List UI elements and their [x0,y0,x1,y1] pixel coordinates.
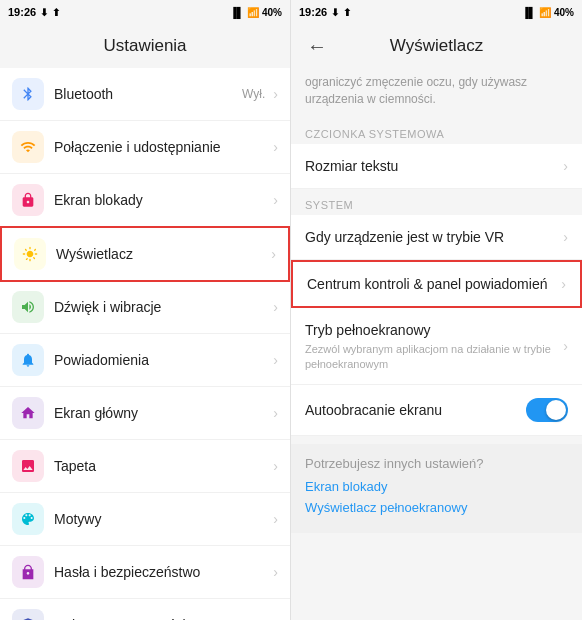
settings-item-privacy[interactable]: Ochrona prywatności › [0,599,290,620]
fullscreen-content: Tryb pełnoekranowy Zezwól wybranym aplik… [305,321,559,371]
auto-rotate-title: Autoobracanie ekranu [305,401,526,419]
signal-icon-right: ▐▌ [522,7,536,18]
notification-icon [12,344,44,376]
suggestion-title: Potrzebujesz innych ustawień? [305,456,568,471]
back-button[interactable]: ← [307,35,327,58]
lock-icon [12,184,44,216]
left-panel: 19:26 ⬇ ⬆ ▐▌ 📶 40% Ustawienia Bluetooth … [0,0,291,620]
right-panel-header: ← Wyświetlacz [291,24,582,68]
themes-content: Motywy [54,511,269,527]
passwords-label: Hasła i bezpieczeństwo [54,564,269,580]
settings-item-sound[interactable]: Dźwięk i wibracje › [0,281,290,334]
privacy-icon [12,609,44,620]
fullscreen-chevron: › [563,338,568,354]
passwords-content: Hasła i bezpieczeństwo [54,564,269,580]
display-content: Wyświetlacz [56,246,267,262]
status-bar-right: 19:26 ⬇ ⬆ ▐▌ 📶 40% [291,0,582,24]
themes-chevron: › [273,511,278,527]
upload-icon: ⬆ [52,7,60,18]
sound-content: Dźwięk i wibracje [54,299,269,315]
font-size-title: Rozmiar tekstu [305,157,559,175]
signal-icon: ▐▌ [230,7,244,18]
download-icon: ⬇ [40,7,48,18]
right-panel: 19:26 ⬇ ⬆ ▐▌ 📶 40% ← Wyświetlacz ogranic… [291,0,582,620]
right-item-fullscreen[interactable]: Tryb pełnoekranowy Zezwól wybranym aplik… [291,308,582,385]
notifications-content: Powiadomienia [54,352,269,368]
right-item-vr[interactable]: Gdy urządzenie jest w trybie VR › [291,215,582,260]
bluetooth-icon [12,78,44,110]
section-label-system: SYSTEM [291,189,582,215]
home-label: Ekran główny [54,405,269,421]
settings-item-themes[interactable]: Motywy › [0,493,290,546]
display-icon [14,238,46,270]
notifications-chevron: › [273,352,278,368]
status-time-left: 19:26 ⬇ ⬆ [8,6,60,18]
display-chevron: › [271,246,276,262]
right-panel-title: Wyświetlacz [390,36,483,56]
settings-item-passwords[interactable]: Hasła i bezpieczeństwo › [0,546,290,599]
display-description: ograniczyć zmęczenie oczu, gdy używasz u… [291,68,582,118]
bluetooth-label: Bluetooth [54,86,242,102]
bluetooth-value: Wył. [242,87,265,101]
status-icons-right: ▐▌ 📶 40% [522,7,574,18]
right-content: ograniczyć zmęczenie oczu, gdy używasz u… [291,68,582,620]
home-icon [12,397,44,429]
sound-icon [12,291,44,323]
suggestion-link-lock[interactable]: Ekran blokady [305,479,568,494]
lock-content: Ekran blokady [54,192,269,208]
battery-left: 40% [262,7,282,18]
auto-rotate-toggle[interactable] [526,398,568,422]
settings-item-connection[interactable]: Połączenie i udostępnianie › [0,121,290,174]
time-left: 19:26 [8,6,36,18]
connection-content: Połączenie i udostępnianie [54,139,269,155]
upload-icon-right: ⬆ [343,7,351,18]
fullscreen-subtitle: Zezwól wybranym aplikacjom na działanie … [305,342,559,371]
settings-item-display[interactable]: Wyświetlacz › [0,226,290,282]
right-item-font-size[interactable]: Rozmiar tekstu › [291,144,582,189]
wallpaper-chevron: › [273,458,278,474]
wallpaper-icon [12,450,44,482]
connection-icon [12,131,44,163]
control-center-title: Centrum kontroli & panel powiadomień [307,275,557,293]
settings-item-home[interactable]: Ekran główny › [0,387,290,440]
passwords-icon [12,556,44,588]
settings-item-notifications[interactable]: Powiadomienia › [0,334,290,387]
battery-right: 40% [554,7,574,18]
status-bar-left: 19:26 ⬇ ⬆ ▐▌ 📶 40% [0,0,290,24]
bluetooth-content: Bluetooth [54,86,242,102]
left-panel-header: Ustawienia [0,24,290,68]
wifi-icon: 📶 [247,7,259,18]
control-center-content: Centrum kontroli & panel powiadomień [307,275,557,293]
settings-item-wallpaper[interactable]: Tapeta › [0,440,290,493]
time-right: 19:26 [299,6,327,18]
right-item-control-center[interactable]: Centrum kontroli & panel powiadomień › [291,260,582,308]
notifications-label: Powiadomienia [54,352,269,368]
status-icons-left: ▐▌ 📶 40% [230,7,282,18]
download-icon-right: ⬇ [331,7,339,18]
font-size-chevron: › [563,158,568,174]
vr-title: Gdy urządzenie jest w trybie VR [305,228,559,246]
connection-label: Połączenie i udostępnianie [54,139,269,155]
right-item-auto-rotate[interactable]: Autoobracanie ekranu [291,385,582,436]
settings-list: Bluetooth Wył. › Połączenie i udostępnia… [0,68,290,620]
bluetooth-chevron: › [273,86,278,102]
suggestion-link-fullscreen[interactable]: Wyświetlacz pełnoekranowy [305,500,568,515]
home-content: Ekran główny [54,405,269,421]
fullscreen-title: Tryb pełnoekranowy [305,321,559,339]
sound-chevron: › [273,299,278,315]
sound-label: Dźwięk i wibracje [54,299,269,315]
lock-label: Ekran blokady [54,192,269,208]
wifi-icon-right: 📶 [539,7,551,18]
connection-chevron: › [273,139,278,155]
status-time-right: 19:26 ⬇ ⬆ [299,6,351,18]
left-panel-title: Ustawienia [103,36,186,56]
settings-item-bluetooth[interactable]: Bluetooth Wył. › [0,68,290,121]
font-size-content: Rozmiar tekstu [305,157,559,175]
settings-item-lock[interactable]: Ekran blokady › [0,174,290,227]
home-chevron: › [273,405,278,421]
themes-icon [12,503,44,535]
section-label-font: CZCIONKA SYSTEMOWA [291,118,582,144]
wallpaper-label: Tapeta [54,458,269,474]
auto-rotate-content: Autoobracanie ekranu [305,401,526,419]
themes-label: Motywy [54,511,269,527]
